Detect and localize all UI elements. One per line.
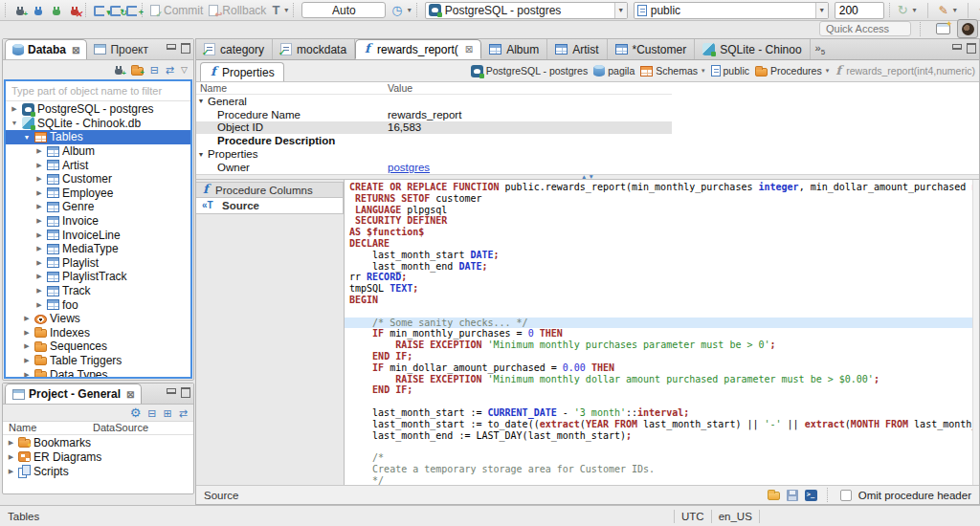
- expand-arrow-icon[interactable]: ▶: [34, 162, 44, 169]
- column-header-datasource[interactable]: DataSource: [93, 422, 148, 434]
- editor-tab-customer[interactable]: *Customer: [608, 39, 696, 59]
- editor-tab-sqlite-chinoo[interactable]: SQLite - Chinoo: [695, 39, 810, 59]
- property-row-general[interactable]: ▼General: [196, 95, 672, 108]
- omit-procedure-header-checkbox[interactable]: [840, 490, 852, 501]
- code-line[interactable]: RAISE EXCEPTION 'Minimum monthly dollar …: [345, 374, 972, 385]
- code-line[interactable]: /*: [345, 452, 972, 464]
- breadcrumb-item-pagila[interactable]: pagila: [593, 65, 635, 77]
- code-line[interactable]: last_month_start := to_date((extract(YEA…: [345, 419, 972, 430]
- timezone-indicator[interactable]: UTC: [681, 511, 704, 522]
- breadcrumb-item-procedures[interactable]: Procedures▾: [755, 65, 829, 77]
- load-from-file-icon[interactable]: [768, 492, 780, 500]
- open-in-sql-console-icon[interactable]: [805, 490, 817, 501]
- disconnect-icon[interactable]: ✕: [68, 5, 80, 16]
- gear-icon[interactable]: ⚙: [130, 406, 142, 419]
- expand-arrow-icon[interactable]: ▶: [34, 287, 44, 295]
- property-row-procedure-name[interactable]: Procedure Namerewards_report: [196, 108, 672, 121]
- expand-arrow-icon[interactable]: ▶: [34, 217, 44, 225]
- column-header-name[interactable]: Name: [3, 422, 93, 434]
- column-header-value[interactable]: Value: [388, 82, 412, 94]
- minimize-icon[interactable]: [166, 387, 175, 396]
- code-line[interactable]: last_month_start DATE;: [345, 250, 972, 261]
- maximize-icon[interactable]: [180, 43, 189, 52]
- chevron-down-icon[interactable]: ▾: [826, 67, 830, 75]
- tree-item-genre[interactable]: ▶Genre: [6, 200, 190, 214]
- overview-ruler[interactable]: [972, 180, 979, 485]
- open-perspective-button[interactable]: [932, 19, 953, 38]
- sync-button[interactable]: ↻▾: [898, 4, 917, 16]
- code-line[interactable]: END IF;: [345, 384, 972, 396]
- link-with-editor-icon[interactable]: ⇄: [179, 407, 188, 419]
- transaction-refresh-icon[interactable]: [110, 6, 121, 16]
- collapse-arrow-icon[interactable]: ▼: [196, 98, 206, 104]
- property-row-owner[interactable]: Ownerpostgres: [196, 161, 672, 174]
- tree-item-invoiceline[interactable]: ▶InvoiceLine: [6, 228, 190, 242]
- code-line[interactable]: DECLARE: [345, 238, 972, 250]
- rollback-button[interactable]: Rollback: [209, 4, 266, 17]
- tree-item-foo[interactable]: ▶foo: [6, 297, 190, 312]
- code-line[interactable]: LANGUAGE plpgsql: [345, 205, 972, 216]
- tree-item-track[interactable]: ▶Track: [6, 284, 190, 298]
- code-line[interactable]: BEGIN: [345, 295, 972, 306]
- expand-arrow-icon[interactable]: ▶: [22, 342, 32, 350]
- connect-icon[interactable]: [32, 5, 44, 16]
- save-to-file-icon[interactable]: [787, 490, 798, 501]
- expand-arrow-icon[interactable]: ▶: [34, 231, 44, 239]
- code-line[interactable]: IF min_dollar_amount_purchased = 0.00 TH…: [345, 362, 972, 374]
- tree-item-sqlite-chinook-db[interactable]: ▼SQLite - Chinook.db: [6, 117, 190, 131]
- maximize-icon[interactable]: [180, 387, 189, 396]
- expand-arrow-icon[interactable]: ▶: [34, 245, 44, 252]
- property-row-properties[interactable]: ▼Properties: [196, 147, 672, 161]
- column-header-name[interactable]: Name: [196, 82, 388, 94]
- tree-item-mediatype[interactable]: ▶MediaType: [6, 242, 190, 256]
- close-icon[interactable]: ⊠: [465, 44, 473, 55]
- source-editor[interactable]: CREATE OR REPLACE FUNCTION public.reward…: [345, 180, 979, 485]
- expand-arrow-icon[interactable]: ▶: [10, 105, 19, 113]
- collapse-arrow-icon[interactable]: ▼: [22, 134, 32, 141]
- code-line[interactable]: tmpSQL TEXT;: [345, 283, 972, 295]
- minimize-icon[interactable]: [166, 43, 175, 52]
- tab-overflow-indicator[interactable]: »5: [811, 42, 831, 56]
- code-line[interactable]: AS $function$: [345, 227, 972, 238]
- close-icon[interactable]: ⊠: [126, 389, 134, 400]
- new-connection-icon[interactable]: +: [13, 5, 26, 16]
- tree-item-table-triggers[interactable]: ▶Table Triggers: [6, 354, 190, 368]
- breadcrumb-item-public[interactable]: public: [711, 65, 749, 77]
- expand-arrow-icon[interactable]: ▶: [7, 439, 15, 447]
- expand-all-icon[interactable]: ⊞: [164, 407, 172, 419]
- minimize-icon[interactable]: [951, 43, 961, 52]
- code-line[interactable]: [345, 396, 972, 407]
- transaction-new-icon[interactable]: [126, 6, 137, 16]
- transaction-mode-icon[interactable]: [94, 6, 104, 16]
- expand-arrow-icon[interactable]: ▶: [34, 147, 44, 155]
- active-schema-combo[interactable]: public ▼: [634, 2, 829, 19]
- chevron-down-icon[interactable]: ▾: [702, 67, 705, 75]
- code-line[interactable]: [345, 306, 972, 318]
- property-row-procedure-description[interactable]: Procedure Description: [196, 134, 672, 147]
- side-tab-procedure-columns[interactable]: Procedure Columns: [196, 182, 344, 198]
- code-line[interactable]: RAISE EXCEPTION 'Minimum monthly purchas…: [345, 340, 972, 351]
- tree-item-invoice[interactable]: ▶Invoice: [6, 214, 190, 229]
- tree-item-employee[interactable]: ▶Employee: [6, 186, 190, 201]
- code-line[interactable]: RETURNS SETOF customer: [345, 193, 972, 205]
- project-item-er-diagrams[interactable]: ▶ER Diagrams: [3, 449, 193, 464]
- transaction-timeout-button[interactable]: ◷▾: [391, 4, 411, 16]
- expand-arrow-icon[interactable]: ▶: [22, 315, 32, 322]
- code-line[interactable]: IF min_monthly_purchases = 0 THEN: [345, 328, 972, 340]
- editor-tab-artist[interactable]: Artist: [547, 39, 607, 59]
- tree-item-postgresql-postgres[interactable]: ▶PostgreSQL - postgres: [6, 102, 190, 117]
- code-line[interactable]: last_month_start := CURRENT_DATE - '3 mo…: [345, 407, 972, 419]
- commit-button[interactable]: Commit: [150, 4, 203, 17]
- expand-arrow-icon[interactable]: ▶: [34, 301, 44, 309]
- compare-button[interactable]: ✎▾: [939, 5, 957, 16]
- tree-item-views[interactable]: ▶Views: [6, 312, 190, 326]
- tree-item-data-types[interactable]: ▶Data Types: [6, 367, 190, 379]
- dbeaver-perspective-button[interactable]: [957, 19, 978, 38]
- expand-arrow-icon[interactable]: ▶: [34, 189, 44, 197]
- tree-item-sequences[interactable]: ▶Sequences: [6, 340, 190, 354]
- code-line[interactable]: last_month_end DATE;: [345, 261, 972, 273]
- code-line[interactable]: [345, 441, 972, 452]
- active-connection-combo[interactable]: PostgreSQL - postgres ▼: [425, 2, 628, 19]
- tab-project-general[interactable]: Project - General ⊠: [5, 384, 142, 404]
- combo-arrow-icon[interactable]: ▼: [614, 3, 627, 18]
